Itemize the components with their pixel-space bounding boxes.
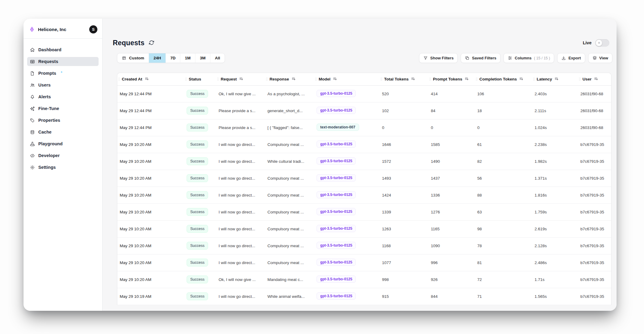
cell-status: Success [184,85,216,102]
column-header-created-at[interactable]: Created At [117,73,184,85]
drag-handle-icon[interactable] [475,77,478,81]
saved-filters-button[interactable]: Saved Filters [461,53,500,63]
cell-total-tokens: 520 [380,85,428,102]
cell-response: While cultural tradi... [265,153,314,170]
sliders-icon [508,56,512,60]
cell-user: b7c67919-35 [578,271,611,288]
bell-icon [30,94,35,99]
columns-button[interactable]: Columns( 15 / 15 ) [504,53,554,63]
status-badge: Success [187,90,208,98]
time-range-24h[interactable]: 24H [149,53,166,63]
toggle-knob: ✳ [596,40,602,46]
sidebar-item-dashboard[interactable]: Dashboard [27,45,99,54]
sidebar-item-users[interactable]: Users [27,80,99,90]
sidebar-item-prompts[interactable]: Prompts✦ [27,69,99,78]
table-row[interactable]: May 29 12:44 PMSuccessPlease provide a s… [117,102,611,119]
cell-user: 26031f90-68 [578,85,611,102]
sidebar-item-cache[interactable]: Cache [27,128,99,137]
model-badge: gpt-3.5-turbo-0125 [317,208,356,215]
drag-handle-icon[interactable] [533,77,535,81]
refresh-button[interactable] [149,40,155,46]
download-icon [561,56,566,60]
sort-icon[interactable] [333,77,337,81]
sidebar-item-properties[interactable]: Properties [27,116,99,125]
time-range-all[interactable]: All [210,53,225,63]
column-header-user[interactable]: User [578,73,611,85]
org-name: Helicone, Inc [38,27,86,32]
sidebar-item-developer[interactable]: Developer [27,151,99,160]
drag-handle-icon[interactable] [579,77,581,81]
cell-total-tokens: 1424 [380,187,428,203]
drag-handle-icon[interactable] [217,77,219,81]
table-row[interactable]: May 29 10:20 AMSuccessI will now go dire… [117,187,611,203]
cell-request: I will now go direct... [216,187,265,203]
live-toggle[interactable]: ✳ [595,39,609,47]
sort-icon[interactable] [554,77,559,81]
column-header-request[interactable]: Request [216,73,265,85]
cell-total-tokens: 1339 [380,203,428,220]
page-header: Requests Live ✳ [113,37,612,48]
column-header-total-tokens[interactable]: Total Tokens [380,73,428,85]
model-badge: gpt-3.5-turbo-0125 [317,242,356,249]
table-row[interactable]: May 29 10:19 AMSuccessI will now go dire… [117,288,611,305]
drag-handle-icon[interactable] [429,77,431,81]
cell-completion-tokens: 98 [475,220,532,237]
table-row[interactable]: May 29 12:44 PMSuccessOk, I will now giv… [117,85,611,102]
sort-icon[interactable] [594,77,598,81]
column-header-model[interactable]: Model [314,73,380,85]
drag-handle-icon[interactable] [185,77,187,81]
avatar[interactable]: S [89,25,97,33]
sidebar-item-requests[interactable]: Requests [27,57,99,66]
rocket-icon [29,27,35,33]
show-filters-button[interactable]: Show Filters [419,53,458,63]
column-header-completion-tokens[interactable]: Completion Tokens [475,73,532,85]
cell-response: Compulsory meat ... [265,254,314,271]
table-row[interactable]: May 29 10:20 AMSuccessI will now go dire… [117,136,611,153]
sidebar-item-fine-tune[interactable]: Fine-Tune [27,104,99,113]
cell-total-tokens: 998 [380,271,428,288]
cell-created-at: May 29 10:20 AM [117,237,184,254]
time-range-3m[interactable]: 3M [195,53,210,63]
sidebar-item-alerts[interactable]: Alerts [27,92,99,101]
cell-completion-tokens: 81 [475,254,532,271]
cell-user: b7c67919-35 [578,237,611,254]
time-range-7d[interactable]: 7D [166,53,180,63]
table-row[interactable]: May 29 10:20 AMSuccessI will now go dire… [117,153,611,170]
table-row[interactable]: May 29 10:20 AMSuccessI will now go dire… [117,170,611,187]
sort-icon[interactable] [292,77,296,81]
time-range-custom[interactable]: Custom [117,53,149,63]
drag-handle-icon[interactable] [118,77,120,81]
drag-handle-icon[interactable] [315,77,317,81]
cell-request: Please provide a s... [216,119,265,136]
column-header-status[interactable]: Status [184,73,216,85]
column-header-prompt-tokens[interactable]: Prompt Tokens [428,73,475,85]
drag-handle-icon[interactable] [266,77,268,81]
model-badge: gpt-3.5-turbo-0125 [317,140,356,148]
table-row[interactable]: May 29 10:20 AMSuccessI will now go dire… [117,203,611,220]
cell-total-tokens: 1572 [380,153,428,170]
table-row[interactable]: May 29 10:20 AMSuccessI will now go dire… [117,254,611,271]
time-range-1m[interactable]: 1M [180,53,195,63]
table-row[interactable]: May 29 12:44 PMSuccessPlease provide a s… [117,119,611,136]
cell-request: I will now go direct... [216,237,265,254]
cell-latency: 1.024s [532,119,578,136]
cell-prompt-tokens: 1336 [428,187,475,203]
export-button[interactable]: Export [557,53,585,63]
table-row[interactable]: May 29 10:20 AMSuccessOk, I will now giv… [117,271,611,288]
sidebar-item-playground[interactable]: Playground [27,139,99,148]
drag-handle-icon[interactable] [380,77,383,81]
column-header-response[interactable]: Response [265,73,314,85]
sidebar-item-settings[interactable]: Settings [27,163,99,172]
view-button[interactable]: View [588,53,612,63]
sort-icon[interactable] [145,77,149,81]
cell-model: gpt-3.5-turbo-0125 [314,170,380,187]
table-row[interactable]: May 29 10:20 AMSuccessI will now go dire… [117,237,611,254]
table-row[interactable]: May 29 10:20 AMSuccessI will now go dire… [117,220,611,237]
sort-icon[interactable] [411,77,415,81]
column-header-latency[interactable]: Latency [532,73,578,85]
org-switcher[interactable]: Helicone, Inc S [24,19,102,38]
sort-icon[interactable] [519,77,523,81]
cell-status: Success [184,102,216,119]
sort-icon[interactable] [239,77,243,81]
sort-icon[interactable] [465,77,469,81]
